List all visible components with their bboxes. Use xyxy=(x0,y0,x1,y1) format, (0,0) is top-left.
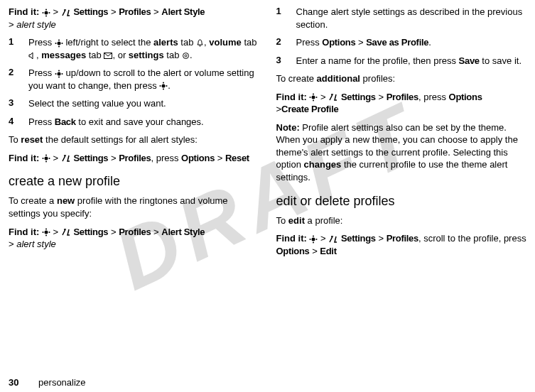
gt: > xyxy=(111,227,117,237)
svg-point-0 xyxy=(44,11,48,14)
svg-point-15 xyxy=(58,76,60,77)
new-word: new xyxy=(57,195,75,206)
step-3: 3 Enter a name for the profile, then pre… xyxy=(276,55,527,67)
gt: > xyxy=(53,227,59,237)
step-num: 1 xyxy=(276,6,296,31)
step-body: Press Back to exit and save your changes… xyxy=(28,116,259,129)
text: to exit and save your changes. xyxy=(76,116,204,127)
step-body: Enter a name for the profile, then press… xyxy=(296,55,527,67)
messages-word: messages xyxy=(41,50,86,60)
gt: > xyxy=(276,104,282,114)
gt: > xyxy=(9,19,14,30)
step-1: 1 Change alert style settings as describ… xyxy=(276,6,527,31)
text: tab xyxy=(86,50,104,60)
svg-point-42 xyxy=(316,239,318,240)
tools-icon xyxy=(61,154,71,163)
svg-point-21 xyxy=(160,85,161,87)
step-num: 3 xyxy=(9,97,28,110)
additional-word: additional xyxy=(317,73,360,84)
gt: > xyxy=(53,153,59,163)
center-key-icon xyxy=(42,154,50,163)
envelope-icon xyxy=(104,53,112,59)
text: left/right to select the xyxy=(63,37,153,48)
text: a profile: xyxy=(305,215,342,226)
path-alert-style: Alert Style xyxy=(161,6,205,17)
text: Press xyxy=(296,37,323,48)
svg-point-7 xyxy=(58,45,60,47)
find-it-5: Find it: > Settings > Profiles, scroll t… xyxy=(276,232,527,257)
find-it-3: Find it: > Settings > Profiles > Alert S… xyxy=(9,226,259,251)
path-save-as-profile: Save as Profile xyxy=(366,37,428,48)
tools-icon xyxy=(328,93,338,102)
gt: > xyxy=(111,153,117,163)
path-alert-style: Alert Style xyxy=(161,227,205,237)
gt: > xyxy=(358,37,364,48)
find-it-label: Find it: xyxy=(9,153,39,163)
text: the default settings for all alert style… xyxy=(43,134,198,145)
gt: > xyxy=(153,6,159,17)
svg-point-40 xyxy=(313,241,314,243)
svg-point-5 xyxy=(57,41,60,45)
step-body: Select the setting value you want. xyxy=(28,97,259,110)
svg-point-24 xyxy=(45,155,47,156)
step-num: 4 xyxy=(9,116,28,129)
svg-point-37 xyxy=(316,97,318,98)
svg-point-39 xyxy=(313,235,314,236)
path-profiles: Profiles xyxy=(119,227,151,237)
center-key-icon xyxy=(159,82,168,90)
svg-point-41 xyxy=(310,239,311,240)
text: . xyxy=(190,50,193,60)
changes-word: changes xyxy=(304,159,342,170)
tools-icon xyxy=(61,228,71,236)
find-it-4: Find it: > Settings > Profiles, press Op… xyxy=(276,91,527,116)
step-num: 3 xyxy=(276,55,296,67)
gt: > xyxy=(53,6,59,17)
path-alert-style-var: alert style xyxy=(16,239,56,249)
path-options: Options xyxy=(276,246,310,256)
svg-point-31 xyxy=(42,232,43,233)
text: Press xyxy=(28,116,55,127)
path-settings: Settings xyxy=(73,227,108,237)
svg-point-3 xyxy=(42,12,43,13)
text: Enter a name for the profile, then press xyxy=(296,55,459,66)
gt: > xyxy=(312,246,318,256)
gear-icon xyxy=(182,52,190,60)
svg-point-1 xyxy=(45,9,47,10)
path-profiles: Profiles xyxy=(387,233,418,244)
text: , press xyxy=(418,92,449,102)
svg-point-30 xyxy=(45,235,47,236)
svg-point-4 xyxy=(48,12,50,13)
step-body: Change alert style settings as described… xyxy=(296,6,527,31)
path-options: Options xyxy=(449,92,482,102)
gt: > xyxy=(320,233,326,244)
svg-point-20 xyxy=(163,89,164,90)
section-name: personalize xyxy=(38,377,86,388)
step-num: 2 xyxy=(9,67,28,92)
text: To create a xyxy=(9,195,57,206)
path-settings: Settings xyxy=(73,6,108,17)
volume-icon xyxy=(28,52,36,60)
svg-point-13 xyxy=(57,72,60,75)
gt: > xyxy=(9,239,14,249)
text: To xyxy=(276,215,288,226)
gt: > xyxy=(378,92,384,102)
text: tab xyxy=(178,37,196,48)
heading-edit-delete: edit or delete profiles xyxy=(276,194,527,209)
step-2: 2 Press Options > Save as Profile. xyxy=(276,36,527,49)
path-settings: Settings xyxy=(341,233,376,244)
step-1: 1 Press left/right to select the alerts … xyxy=(9,36,259,61)
find-it-label: Find it: xyxy=(9,227,39,237)
heading-create-profile: create a new profile xyxy=(9,174,259,189)
text: Press xyxy=(28,37,55,48)
center-key-icon xyxy=(42,228,50,236)
path-options: Options xyxy=(181,153,215,163)
find-it-2: Find it: > Settings > Profiles, press Op… xyxy=(9,152,259,165)
step-body: Press Options > Save as Profile. xyxy=(296,36,527,49)
create-intro: To create a new profile with the rington… xyxy=(9,195,259,219)
svg-point-2 xyxy=(45,15,47,16)
svg-point-11 xyxy=(183,53,188,58)
tools-icon xyxy=(328,235,338,244)
text: Press xyxy=(28,67,55,78)
reset-word: reset xyxy=(21,134,43,145)
svg-point-36 xyxy=(310,97,311,98)
